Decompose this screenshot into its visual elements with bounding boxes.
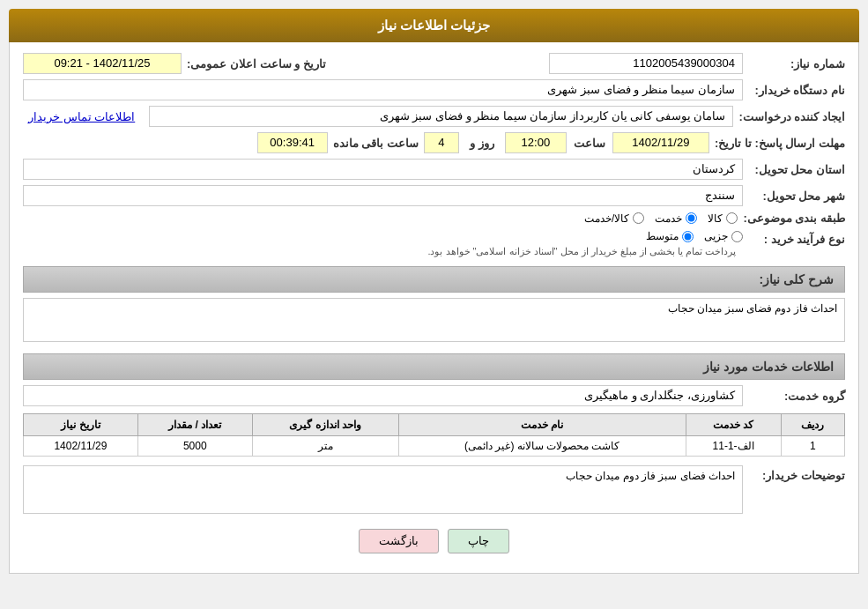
cell-date: 1402/11/29 — [24, 436, 138, 457]
need-desc-section-title: شرح کلی نیاز: — [23, 266, 845, 293]
announce-date-value: 1402/11/25 - 09:21 — [23, 53, 182, 74]
table-row: 1 الف-1-11 کاشت محصولات سالانه (غیر دائم… — [24, 436, 845, 457]
process-option-jozyi[interactable]: جزیی — [704, 230, 743, 242]
process-radio-group: متوسط جزیی — [23, 230, 743, 242]
process-note: پرداخت تمام یا بخشی از مبلغ خریدار از مح… — [23, 246, 736, 257]
buyer-org-value: سازمان سیما منظر و فضای سبز شهری — [23, 79, 743, 100]
city-value: سنندج — [23, 185, 743, 206]
category-option-kala-khadamat[interactable]: کالا/خدمت — [584, 212, 644, 225]
process-label: نوع فرآیند خرید : — [748, 230, 845, 246]
col-code: کد خدمت — [686, 414, 781, 436]
back-button[interactable]: بازگشت — [359, 529, 439, 553]
service-group-label: گروه خدمت: — [748, 390, 845, 403]
response-days: 4 — [424, 132, 459, 153]
order-number-label: شماره نیاز: — [748, 57, 845, 71]
category-option-kala[interactable]: کالا — [708, 212, 738, 225]
footer-buttons: چاپ بازگشت — [23, 529, 845, 562]
response-time: 12:00 — [505, 132, 567, 153]
cell-name: کاشت محصولات سالانه (غیر دائمی) — [398, 436, 686, 457]
print-button[interactable]: چاپ — [448, 529, 509, 553]
response-days-label: روز و — [464, 137, 500, 150]
category-radio-group: کالا/خدمت خدمت کالا — [584, 212, 738, 225]
response-deadline-label: مهلت ارسال پاسخ: تا تاریخ: — [715, 137, 845, 150]
cell-unit: متر — [252, 436, 398, 457]
col-name: نام خدمت — [398, 414, 686, 436]
process-option-motawaset[interactable]: متوسط — [646, 230, 694, 242]
buyer-notes-textarea[interactable] — [23, 465, 743, 514]
province-value: کردستان — [23, 159, 743, 180]
cell-qty: 5000 — [137, 436, 252, 457]
buyer-org-label: نام دستگاه خریدار: — [748, 84, 845, 97]
page-title: جزئیات اطلاعات نیاز — [9, 9, 859, 42]
col-qty: تعداد / مقدار — [137, 414, 252, 436]
services-table: ردیف کد خدمت نام خدمت واحد اندازه گیری ت… — [23, 413, 845, 457]
buyer-notes-label: توضیحات خریدار: — [748, 465, 845, 482]
response-time-label: ساعت — [572, 137, 607, 150]
col-date: تاریخ نیاز — [24, 414, 138, 436]
need-desc-textarea[interactable] — [23, 298, 845, 342]
service-group-value: کشاورزی، جنگلداری و ماهیگیری — [23, 385, 743, 406]
col-unit: واحد اندازه گیری — [252, 414, 398, 436]
announce-date-label: تاریخ و ساعت اعلان عمومی: — [187, 57, 326, 71]
col-row: ردیف — [781, 414, 844, 436]
creator-value: سامان یوسفی کانی یان کاربرداز سازمان سیم… — [149, 106, 733, 127]
category-option-khadamat[interactable]: خدمت — [655, 212, 697, 225]
cell-code: الف-1-11 — [686, 436, 781, 457]
contact-link[interactable]: اطلاعات تماس خریدار — [23, 108, 140, 126]
remaining-time: 00:39:41 — [257, 132, 328, 153]
category-label: طبقه بندی موضوعی: — [743, 212, 845, 225]
response-date: 1402/11/29 — [612, 132, 709, 153]
creator-label: ایجاد کننده درخواست: — [738, 110, 845, 123]
order-number-value: 1102005439000304 — [549, 53, 743, 74]
city-label: شهر محل تحویل: — [748, 189, 845, 203]
cell-row: 1 — [781, 436, 844, 457]
remaining-time-label: ساعت باقی مانده — [333, 137, 419, 150]
services-section-title: اطلاعات خدمات مورد نیاز — [23, 353, 845, 380]
province-label: استان محل تحویل: — [748, 163, 845, 176]
